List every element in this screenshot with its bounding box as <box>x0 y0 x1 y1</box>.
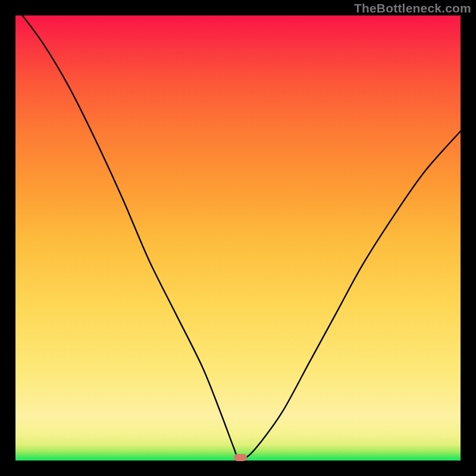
chart-frame: TheBottleneck.com <box>0 0 476 476</box>
optimum-marker <box>234 454 247 461</box>
bottleneck-curve <box>15 15 461 461</box>
watermark-text: TheBottleneck.com <box>354 1 471 15</box>
plot-area <box>15 15 461 461</box>
